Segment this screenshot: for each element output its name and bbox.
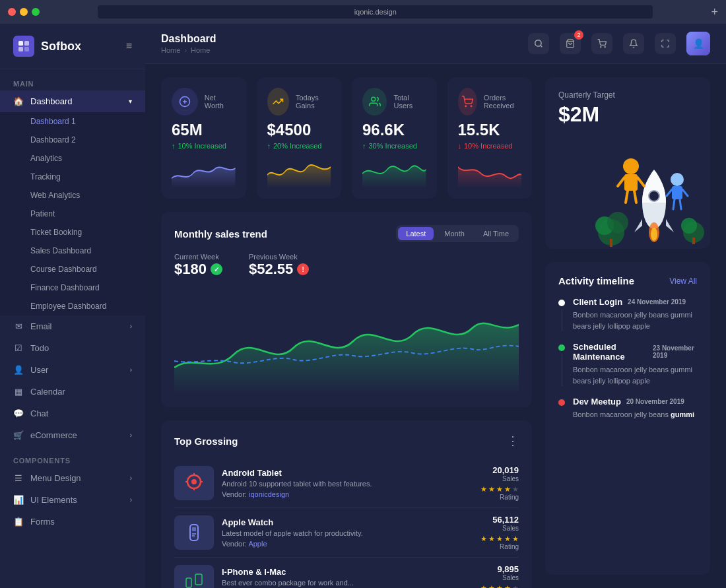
iphone-sales: 9,895: [480, 564, 519, 574]
grossing-item-1: Apple Watch Latest model of apple watch …: [174, 508, 519, 558]
bell-button[interactable]: [623, 33, 644, 54]
sidebar-item-todo[interactable]: ☑ Todo: [0, 337, 145, 359]
topbar-actions: 2 👤: [528, 32, 710, 55]
main-section-label: Main: [0, 69, 145, 90]
current-week-label: Current Week: [174, 253, 222, 261]
sidebar-sub-dashboard2[interactable]: Dashboard 2: [0, 131, 145, 149]
svg-rect-55: [692, 238, 695, 244]
tab-alltime[interactable]: All Time: [475, 227, 517, 240]
sidebar-sub-patient[interactable]: Patient: [0, 205, 145, 223]
grossing-more-button[interactable]: ⋮: [507, 434, 519, 448]
activity-date-2: 20 November 2019: [626, 398, 684, 405]
app-container: Sofbox ≡ Main 🏠 Dashboard ▾ Dashboard 1 …: [0, 24, 726, 588]
watch-rating: ★ ★ ★ ★ ★: [480, 535, 519, 543]
watch-rating-label: Rating: [480, 543, 519, 550]
sidebar-sub-employeedashboard[interactable]: Employee Dashboard: [0, 297, 145, 315]
sidebar-item-forms[interactable]: 📋 Forms: [0, 511, 145, 533]
chat-icon: 💬: [13, 408, 24, 418]
sidebar-user-label: User: [30, 365, 48, 375]
user-avatar[interactable]: 👤: [686, 32, 710, 55]
content-right: Quarterly Target $2M: [545, 77, 710, 575]
sidebar-item-menu[interactable]: ☰ Menu Design ›: [0, 467, 145, 489]
sidebar-todo-label: Todo: [30, 343, 49, 353]
svg-rect-44: [672, 186, 682, 199]
bag-badge: 2: [574, 30, 583, 40]
watch-info: Apple Watch Latest model of apple watch …: [222, 517, 473, 548]
activity-date-1: 23 November 2019: [653, 344, 697, 359]
istar4: ★: [504, 584, 511, 588]
dot-line-2: [558, 397, 565, 420]
sidebar-toggle-button[interactable]: ≡: [126, 40, 132, 52]
svg-point-34: [649, 191, 659, 201]
networth-value: 65M: [172, 121, 236, 139]
cart-button[interactable]: [591, 33, 612, 54]
iphone-thumb: [174, 565, 214, 588]
sidebar-item-ecommerce[interactable]: 🛒 eCommerce ›: [0, 424, 145, 446]
sidebar-dashboard-label: Dashboard: [30, 96, 73, 106]
watch-vendor: Vendor: Apple: [222, 540, 473, 548]
sidebar-sub-webanalytics[interactable]: Web Analytics: [0, 186, 145, 205]
activity-content-0: Client Login 24 November 2019 Bonbon mac…: [573, 297, 697, 331]
networth-label: Net Worth: [205, 94, 236, 110]
iphone-info: I-Phone & I-Mac Best ever combo package …: [222, 567, 473, 588]
search-button[interactable]: [528, 33, 549, 54]
watch-sales-label: Sales: [480, 525, 519, 532]
grossing-header: Top Grossing ⋮: [174, 434, 519, 448]
stat-header: Net Worth: [172, 88, 236, 115]
sidebar-item-calendar[interactable]: ▦ Calendar: [0, 381, 145, 403]
url-bar[interactable]: iqonic.design: [98, 5, 653, 18]
sidebar-item-user[interactable]: 👤 User ›: [0, 359, 145, 381]
up-arrow-icon: ↑: [172, 142, 176, 150]
users-change: ↑ 30% Increased: [362, 142, 426, 150]
tab-month[interactable]: Month: [436, 227, 473, 240]
new-tab-button[interactable]: +: [711, 5, 718, 19]
sales-header: Monthly sales trend Latest Month All Tim…: [174, 225, 519, 242]
fullscreen-button[interactable]: [655, 33, 676, 54]
sidebar-sub-coursedashboard[interactable]: Course Dashboard: [0, 260, 145, 278]
svg-line-42: [634, 191, 636, 203]
svg-point-43: [671, 173, 684, 186]
star1: ★: [480, 485, 487, 494]
sidebar-item-dashboard[interactable]: 🏠 Dashboard ▾: [0, 90, 145, 112]
svg-point-7: [601, 47, 601, 48]
svg-line-47: [673, 199, 675, 209]
sidebar-sub-analytics[interactable]: Analytics: [0, 149, 145, 168]
sidebar-sub-financedashboard[interactable]: Finance Dashboard: [0, 278, 145, 297]
maximize-dot[interactable]: [32, 8, 40, 16]
iphone-rating: ★ ★ ★ ★ ★: [480, 584, 519, 588]
chevron-down-icon: ▾: [129, 98, 132, 105]
istar5: ★: [512, 584, 519, 588]
sidebar-sub-dashboard1[interactable]: Dashboard 1: [0, 112, 145, 131]
activity-title: Activity timeline: [558, 275, 634, 286]
page-title: Dashboard: [161, 33, 216, 45]
home-icon: 🏠: [13, 96, 24, 106]
android-thumb: [174, 466, 214, 500]
sidebar-item-ui[interactable]: 📊 UI Elements ›: [0, 489, 145, 511]
sidebar-sub-ticketbooking[interactable]: Ticket Booking: [0, 223, 145, 242]
activity-view-all-button[interactable]: View All: [669, 277, 697, 286]
top-grossing-card: Top Grossing ⋮: [161, 420, 532, 588]
bag-button[interactable]: 2: [560, 33, 581, 54]
activity-line-0: [562, 309, 562, 331]
menu-icon: ☰: [13, 473, 24, 483]
gains-value: $4500: [267, 121, 331, 139]
activity-content-2: Dev Meetup 20 November 2019 Bonbon macar…: [573, 397, 697, 420]
networth-change: ↑ 10% Increased: [172, 142, 236, 150]
svg-rect-52: [610, 239, 612, 247]
sidebar-sub-salesdashboard[interactable]: Sales Dashboard: [0, 242, 145, 260]
content-area: Net Worth 65M ↑ 10% Increased: [145, 64, 726, 588]
sidebar-item-chat[interactable]: 💬 Chat: [0, 403, 145, 424]
sidebar-item-email[interactable]: ✉ Email ›: [0, 315, 145, 337]
minimize-dot[interactable]: [20, 8, 28, 16]
sidebar-chat-label: Chat: [30, 408, 48, 418]
sidebar-sub-tracking[interactable]: Tracking: [0, 168, 145, 186]
activity-item-2: Dev Meetup 20 November 2019 Bonbon macar…: [558, 397, 697, 420]
sidebar-menu-label: Menu Design: [30, 473, 81, 483]
current-week-value: $180 ✓: [174, 261, 222, 278]
svg-rect-0: [18, 41, 23, 46]
svg-point-37: [623, 158, 639, 174]
quarterly-illustration: [591, 117, 710, 249]
close-dot[interactable]: [8, 8, 16, 16]
svg-rect-2: [18, 47, 23, 51]
tab-latest[interactable]: Latest: [398, 227, 434, 240]
